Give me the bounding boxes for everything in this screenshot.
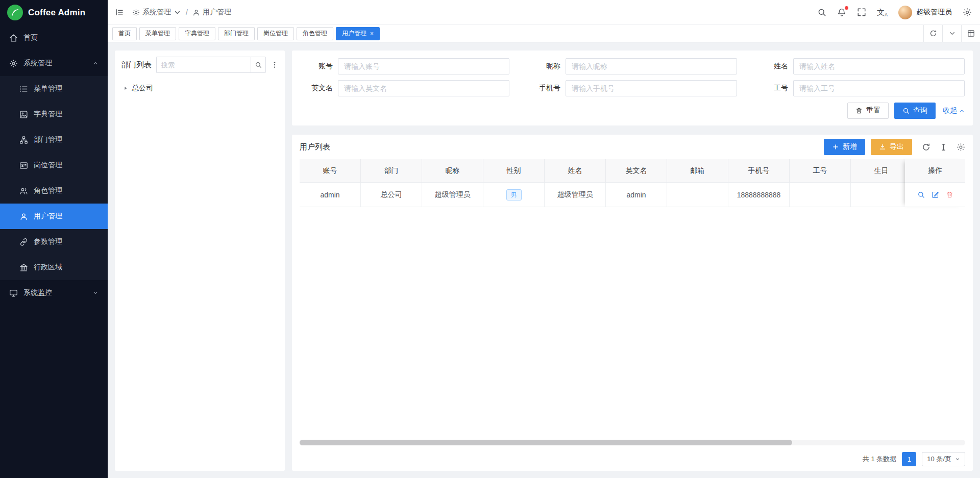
- gender-badge: 男: [506, 189, 522, 200]
- sidebar-item-system-management[interactable]: 系统管理: [0, 51, 108, 76]
- refresh-icon[interactable]: [923, 25, 942, 42]
- sidebar-item-dept-management[interactable]: 部门管理: [0, 127, 108, 153]
- chevron-up-icon: [959, 108, 965, 114]
- user-table: 账号 部门 昵称 性别 姓名 英文名 邮箱 手机号 工号 生日 ad: [300, 159, 965, 447]
- sidebar-item-label: 角色管理: [34, 186, 99, 195]
- breadcrumb-label: 系统管理: [142, 8, 171, 17]
- trash-icon: [855, 107, 863, 114]
- column-header: 生日: [851, 159, 912, 182]
- search-icon[interactable]: [817, 8, 826, 17]
- breadcrumb: 系统管理 / 用户管理: [132, 8, 231, 17]
- sidebar-menu: 首页 系统管理 菜单管理 字典管理 部门管理: [0, 25, 108, 478]
- total-count: 共 1 条数据: [863, 455, 896, 464]
- sidebar-item-label: 系统管理: [23, 59, 87, 68]
- sidebar-item-region-management[interactable]: 行政区域: [0, 255, 108, 280]
- chevron-down-icon[interactable]: [942, 25, 961, 42]
- avatar: [898, 6, 912, 19]
- app-logo[interactable]: Coffee Admin: [0, 0, 108, 25]
- tab-list: 首页 菜单管理 字典管理 部门管理 岗位管理 角色管理 用户管理 ×: [112, 27, 923, 40]
- app-root: Coffee Admin 首页 系统管理 菜单管理 字典管理: [0, 0, 980, 478]
- page-number-button[interactable]: 1: [902, 452, 916, 466]
- column-header-operation: 操作: [905, 159, 965, 183]
- sidebar-item-home[interactable]: 首页: [0, 25, 108, 51]
- breadcrumb-system-management[interactable]: 系统管理: [132, 8, 181, 17]
- tab-user-management[interactable]: 用户管理 ×: [336, 27, 380, 40]
- home-icon: [9, 34, 18, 42]
- page-size-select[interactable]: 10 条/页: [922, 452, 965, 466]
- tabbar-controls: [923, 25, 980, 42]
- work-id-input[interactable]: [793, 80, 965, 96]
- content: 部门列表 总公司: [108, 42, 980, 478]
- coffee-leaf-icon: [7, 5, 23, 20]
- breadcrumb-user-management[interactable]: 用户管理: [192, 8, 231, 17]
- add-user-button[interactable]: 新增: [824, 139, 865, 155]
- refresh-icon[interactable]: [922, 143, 930, 152]
- column-header: 工号: [790, 159, 851, 182]
- form-item-work-id: 工号: [755, 80, 965, 96]
- department-panel: 部门列表 总公司: [115, 51, 285, 471]
- reset-button[interactable]: 重置: [847, 103, 889, 119]
- account-input[interactable]: [338, 58, 509, 74]
- sidebar-submenu-system: 菜单管理 字典管理 部门管理 岗位管理 角色管理: [0, 76, 108, 280]
- sidebar-item-label: 首页: [23, 33, 99, 42]
- edit-icon[interactable]: [932, 191, 939, 198]
- english-name-input[interactable]: [338, 80, 509, 96]
- settings-gear-icon[interactable]: [963, 8, 972, 17]
- tab-home[interactable]: 首页: [112, 27, 137, 40]
- breadcrumb-label: 用户管理: [203, 8, 231, 17]
- cell-work-id: [790, 183, 851, 207]
- layout-icon[interactable]: [961, 25, 980, 42]
- fullscreen-icon[interactable]: [857, 8, 866, 17]
- scrollbar-thumb[interactable]: [300, 440, 792, 445]
- sidebar-item-system-monitor[interactable]: 系统监控: [0, 280, 108, 306]
- sidebar-item-label: 行政区域: [34, 263, 99, 272]
- sidebar-item-role-management[interactable]: 角色管理: [0, 178, 108, 204]
- tree-node-head-office[interactable]: 总公司: [121, 81, 279, 96]
- operation-column: 操作: [905, 159, 965, 207]
- translate-icon[interactable]: 文A: [877, 8, 888, 17]
- caret-right-icon[interactable]: [123, 86, 128, 91]
- search-form-grid: 账号 昵称 姓名 英文名: [300, 58, 965, 96]
- search-icon[interactable]: [251, 57, 266, 73]
- cell-account: admin: [300, 183, 361, 207]
- cell-name: 超级管理员: [545, 183, 606, 207]
- column-height-icon[interactable]: [939, 143, 948, 152]
- breadcrumb-separator: /: [186, 8, 188, 16]
- bell-icon[interactable]: [837, 8, 846, 17]
- collapse-toggle[interactable]: 收起: [943, 106, 965, 115]
- tab-dict-management[interactable]: 字典管理: [179, 27, 215, 40]
- cell-nickname: 超级管理员: [422, 183, 483, 207]
- close-icon[interactable]: ×: [370, 31, 374, 37]
- column-header: 英文名: [606, 159, 667, 182]
- user-menu[interactable]: 超级管理员: [898, 6, 952, 19]
- view-icon[interactable]: [917, 191, 925, 198]
- form-item-english-name: 英文名: [300, 80, 509, 96]
- tab-menu-management[interactable]: 菜单管理: [139, 27, 176, 40]
- query-button[interactable]: 查询: [894, 103, 936, 119]
- more-dots-icon[interactable]: [271, 61, 279, 69]
- department-tree: 总公司: [121, 81, 279, 96]
- gear-icon[interactable]: [957, 143, 965, 152]
- department-search-input[interactable]: [156, 57, 251, 73]
- sidebar-item-menu-management[interactable]: 菜单管理: [0, 76, 108, 102]
- tab-post-management[interactable]: 岗位管理: [257, 27, 294, 40]
- search-icon: [902, 107, 910, 114]
- tab-role-management[interactable]: 角色管理: [297, 27, 333, 40]
- table-header-row: 账号 部门 昵称 性别 姓名 英文名 邮箱 手机号 工号 生日: [300, 159, 965, 183]
- cell-email: [667, 183, 728, 207]
- phone-input[interactable]: [566, 80, 737, 96]
- export-button[interactable]: 导出: [871, 139, 912, 155]
- column-header: 性别: [483, 159, 545, 182]
- form-item-phone: 手机号: [528, 80, 737, 96]
- tab-dept-management[interactable]: 部门管理: [218, 27, 255, 40]
- sidebar-item-param-management[interactable]: 参数管理: [0, 229, 108, 255]
- gear-icon: [132, 9, 140, 16]
- link-icon: [19, 238, 28, 246]
- name-input[interactable]: [793, 58, 965, 74]
- sidebar-item-user-management[interactable]: 用户管理: [0, 204, 108, 229]
- sidebar-item-post-management[interactable]: 岗位管理: [0, 153, 108, 178]
- delete-icon[interactable]: [946, 191, 953, 198]
- nickname-input[interactable]: [566, 58, 737, 74]
- sidebar-fold-icon[interactable]: [115, 8, 124, 17]
- sidebar-item-dict-management[interactable]: 字典管理: [0, 102, 108, 127]
